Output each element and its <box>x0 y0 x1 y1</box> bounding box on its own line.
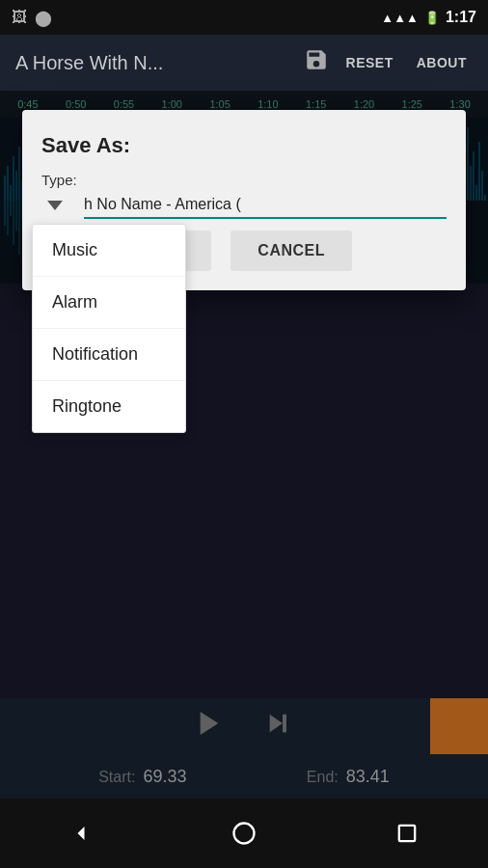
save-dialog: Save As: Type: Music Alarm Notification … <box>22 110 466 290</box>
status-bar: 🖼 ⬤ ▲▲▲ 🔋 1:17 <box>0 0 488 35</box>
about-button[interactable]: ABOUT <box>411 51 473 74</box>
nav-bar <box>0 799 488 868</box>
dialog-type-label: Type: <box>41 172 447 188</box>
cancel-button[interactable]: CANCEL <box>230 231 352 271</box>
dropdown-option-notification[interactable]: Notification <box>33 329 185 381</box>
dialog-row: Music Alarm Notification Ringtone <box>41 192 447 219</box>
dropdown-option-alarm[interactable]: Alarm <box>33 277 185 329</box>
toolbar-title: A Horse With N... <box>15 52 292 74</box>
status-icons-left: 🖼 ⬤ <box>12 9 52 27</box>
status-icons-right: ▲▲▲ 🔋 1:17 <box>381 9 476 26</box>
dropdown-arrow <box>47 201 63 210</box>
android-icon: ⬤ <box>35 9 52 27</box>
svg-rect-221 <box>398 826 414 841</box>
battery-icon: 🔋 <box>424 11 440 25</box>
reset-button[interactable]: RESET <box>340 51 399 74</box>
name-input-area[interactable] <box>84 192 447 219</box>
toolbar: A Horse With N... RESET ABOUT <box>0 35 488 91</box>
svg-marker-219 <box>78 827 85 840</box>
dialog-overlay: Save As: Type: Music Alarm Notification … <box>0 91 488 799</box>
recent-button[interactable] <box>393 820 420 847</box>
signal-icon: ▲▲▲ <box>381 11 419 25</box>
dropdown-option-ringtone[interactable]: Ringtone <box>33 381 185 432</box>
home-button[interactable] <box>230 820 258 847</box>
back-button[interactable] <box>68 820 95 847</box>
type-dropdown-menu: Music Alarm Notification Ringtone <box>32 224 186 433</box>
name-input[interactable] <box>84 192 447 219</box>
status-time: 1:17 <box>446 9 476 26</box>
svg-point-220 <box>233 824 254 844</box>
save-icon[interactable] <box>304 47 329 78</box>
dialog-title: Save As: <box>41 133 447 158</box>
dropdown-option-music[interactable]: Music <box>33 225 185 277</box>
image-icon: 🖼 <box>12 9 27 26</box>
type-dropdown-container[interactable]: Music Alarm Notification Ringtone <box>41 197 65 214</box>
type-dropdown-button[interactable] <box>41 197 65 214</box>
